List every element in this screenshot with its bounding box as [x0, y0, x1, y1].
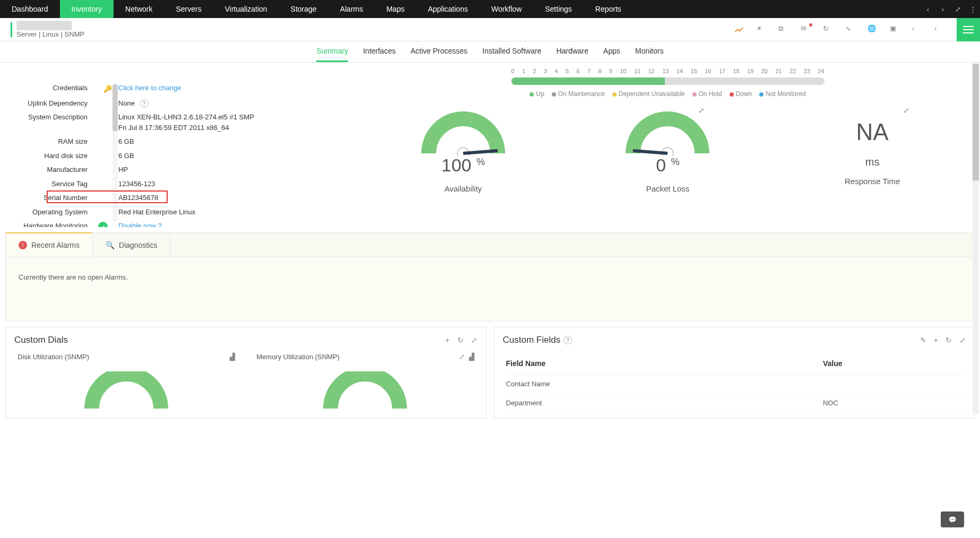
mail-icon[interactable]: ✉ — [801, 24, 811, 35]
more-icon[interactable]: ⋮ — [965, 0, 980, 18]
status-bar-icon — [11, 22, 12, 37]
next-device-icon[interactable]: › — [935, 0, 950, 18]
nav-servers[interactable]: Servers — [164, 0, 213, 18]
nav-settings[interactable]: Settings — [533, 0, 584, 18]
gauge-availability: 100 % Availability — [410, 108, 516, 193]
ram-value: 6 GB — [93, 136, 350, 147]
diagnostics-icon: 🔍 — [106, 241, 115, 249]
expand-fields-icon[interactable]: ⤢ — [959, 336, 966, 344]
expand-icon[interactable]: ⤢ — [459, 353, 465, 361]
alert-icon[interactable]: ☀ — [756, 24, 767, 35]
graph-icon[interactable]: ∿ — [845, 24, 856, 35]
globe-icon[interactable]: 🌐 — [868, 24, 878, 35]
tab-installed-software[interactable]: Installed Software — [482, 41, 541, 62]
hwmon-disable-link[interactable]: Disable now ? — [118, 222, 162, 227]
legend-notmon-dot — [759, 92, 764, 97]
nav-maps[interactable]: Maps — [375, 0, 416, 18]
uplink-label: Uplink Dependency — [5, 98, 93, 109]
sysdesc-label: System Description — [5, 112, 93, 123]
edit-fields-icon[interactable]: ✎ — [920, 336, 926, 344]
alarm-icon: ! — [19, 241, 27, 249]
breadcrumb: Server | Linux | SNMP — [16, 30, 84, 38]
custom-fields-panel: Custom Fields ? ✎ + ↻ ⤢ Field Name Value… — [494, 327, 975, 419]
tab-recent-alarms[interactable]: ! Recent Alarms — [6, 232, 93, 257]
check-icon: ✓ — [98, 222, 108, 227]
gauge-packetloss: ⤢ 0 % Packet Loss — [614, 108, 721, 193]
legend-up-dot — [530, 92, 534, 97]
tab-hardware[interactable]: Hardware — [556, 41, 588, 62]
legend-down-dot — [730, 92, 734, 97]
uplink-value: None ? — [93, 98, 350, 109]
nav-virtualization[interactable]: Virtualization — [213, 0, 279, 18]
tab-diagnostics[interactable]: 🔍 Diagnostics — [93, 233, 170, 257]
refresh-fields-icon[interactable]: ↻ — [946, 336, 952, 344]
legend-maint-dot — [552, 92, 556, 97]
credentials-label: Credentials — [5, 83, 93, 93]
prev-icon[interactable]: ‹ — [912, 24, 923, 35]
nav-storage[interactable]: Storage — [279, 0, 328, 18]
hwmon-label: Hardware Monitoring — [5, 221, 93, 227]
mfr-value: HP — [93, 164, 350, 175]
timeline-ticks: 0123456789101112131415161718192021222324 — [511, 68, 825, 74]
table-row: DepartmentNOC — [506, 394, 963, 413]
availability-panel: 0123456789101112131415161718192021222324… — [350, 63, 975, 227]
expand-dial-icon[interactable]: ⤢ — [471, 336, 478, 344]
page-scrollbar[interactable] — [973, 64, 979, 414]
hdd-value: 6 GB — [93, 151, 350, 161]
chart-icon[interactable] — [734, 24, 744, 35]
credentials-change-link[interactable]: Click here to change — [118, 84, 181, 92]
expand-icon[interactable]: ⤢ — [903, 106, 909, 115]
topology-icon[interactable]: ⧉ — [778, 24, 789, 35]
dial-disk-util: Disk Utilization (SNMP)▟ — [18, 353, 235, 409]
expand-icon[interactable]: ⤢ — [698, 106, 705, 115]
tab-active-processes[interactable]: Active Processes — [411, 41, 467, 62]
os-label: Operating System — [5, 207, 93, 218]
nav-reports[interactable]: Reports — [584, 0, 633, 18]
next-icon[interactable]: › — [934, 24, 945, 35]
table-row: Contact Name — [506, 375, 963, 394]
add-dial-icon[interactable]: + — [445, 336, 449, 344]
gauge-response: ⤢ NA ms Response Time — [819, 108, 925, 193]
chart-icon[interactable]: ▟ — [469, 353, 474, 361]
chart-icon[interactable]: ▟ — [230, 353, 235, 361]
custom-fields-title: Custom Fields — [503, 335, 561, 345]
alarms-empty-message: Currently there are no open Alarms. — [6, 257, 974, 321]
terminal-icon[interactable]: ▣ — [890, 24, 900, 35]
prev-device-icon[interactable]: ‹ — [921, 0, 935, 18]
serial-highlight — [47, 190, 168, 203]
sub-tabs: Summary Interfaces Active Processes Inst… — [0, 41, 980, 63]
timeline-bar — [511, 77, 825, 85]
add-field-icon[interactable]: + — [934, 336, 938, 344]
nav-inventory[interactable]: Inventory — [60, 0, 114, 18]
os-value: Red Hat Enterprise Linux — [93, 207, 350, 218]
refresh-dial-icon[interactable]: ↻ — [457, 336, 464, 344]
refresh-icon[interactable]: ↻ — [823, 24, 834, 35]
custom-fields-table: Field Name Value Contact Name Department… — [506, 353, 963, 413]
mfr-label: Manufacturer — [5, 164, 93, 175]
nav-network[interactable]: Network — [114, 0, 164, 18]
help-icon[interactable]: ? — [140, 99, 149, 108]
collapse-icon[interactable]: ⤢ — [950, 0, 965, 18]
hamburger-menu[interactable] — [957, 18, 980, 41]
legend-hold-dot — [692, 92, 697, 97]
timeline-legend: Up On Maintenance Dependent Unavailable … — [361, 90, 975, 98]
custom-dials-panel: Custom Dials + ↻ ⤢ Disk Utilization (SNM… — [5, 327, 487, 419]
nav-dashboard[interactable]: Dashboard — [0, 0, 60, 18]
device-details: Credentials 🔑 Click here to change Uplin… — [5, 63, 350, 227]
tab-interfaces[interactable]: Interfaces — [363, 41, 395, 62]
ram-label: RAM size — [5, 136, 93, 147]
nav-alarms[interactable]: Alarms — [328, 0, 375, 18]
subheader: Server | Linux | SNMP ☀ ⧉ ✉ ↻ ∿ 🌐 ▣ ‹ › — [0, 18, 980, 41]
tab-monitors[interactable]: Monitors — [635, 41, 664, 62]
top-nav: Dashboard Inventory Network Servers Virt… — [0, 0, 980, 18]
key-icon: 🔑 — [103, 84, 112, 94]
cf-header-name: Field Name — [506, 353, 823, 375]
nav-applications[interactable]: Applications — [416, 0, 480, 18]
cf-header-value: Value — [823, 353, 962, 375]
device-name-redacted — [16, 21, 72, 30]
nav-workflow[interactable]: Workflow — [480, 0, 533, 18]
help-icon[interactable]: ? — [563, 336, 572, 344]
tab-summary[interactable]: Summary — [316, 41, 348, 62]
alarms-section: ! Recent Alarms 🔍 Diagnostics Currently … — [5, 232, 975, 322]
tab-apps[interactable]: Apps — [603, 41, 620, 62]
